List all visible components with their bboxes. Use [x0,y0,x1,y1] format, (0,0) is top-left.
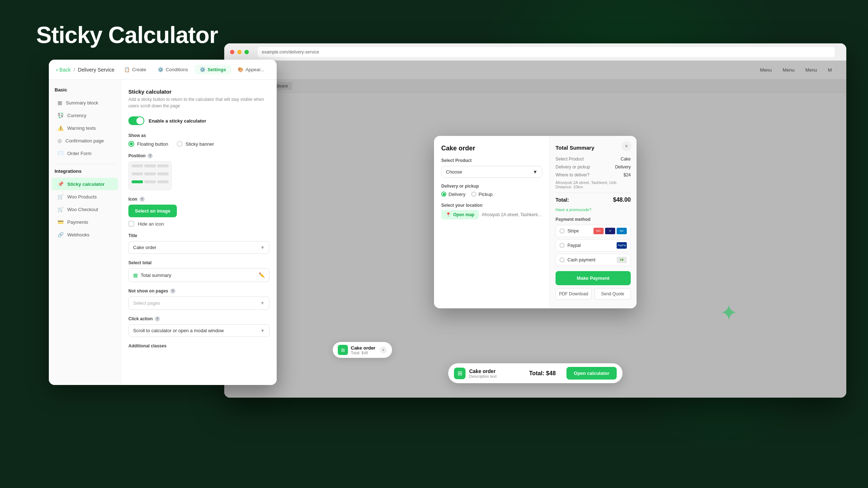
pos-bc[interactable] [144,180,156,183]
floating-banner[interactable]: ⊞ Cake order Description text Total: $48… [448,363,622,383]
click-action-dropdown[interactable]: Scroll to calculator or open a modal win… [128,324,269,337]
sidebar-item-woo-checkout[interactable]: 🛒 Woo Checkout [52,203,118,215]
position-help-icon[interactable]: ? [148,153,153,158]
title-dropdown[interactable]: Cake order ▼ [128,241,269,254]
paypal-radio[interactable] [559,243,565,248]
mini-sticky-title: Cake order [351,345,375,351]
title-dropdown-value: Cake order [133,245,156,250]
enable-toggle[interactable] [128,116,144,125]
send-quote-button[interactable]: Send Quote [595,288,631,300]
mini-sticky-total: Total: $48 [351,351,375,355]
integrations-section-title: Integrations [49,168,121,177]
modal-body: Cake order Select Product Choose ▼ Deliv… [434,136,637,308]
click-action-help-icon[interactable]: ? [155,316,160,321]
tab-settings[interactable]: ⚙️ Settings [195,65,231,74]
main-content: Sticky calculator Add a sticky button to… [121,80,277,385]
icon-field-label: Icon ? [128,197,269,202]
pos-bl[interactable] [132,180,143,183]
make-payment-button[interactable]: Make Payment [556,271,631,285]
hide-icon-label: Hide an icon [138,221,164,227]
show-as-label: Show as [128,133,269,138]
sidebar-item-webhooks[interactable]: 🔗 Webhooks [52,228,118,241]
floating-description: Description text [469,374,497,378]
delivery-label: Delivery [448,192,465,197]
total-label: Total: [556,197,569,203]
click-action-value: Scroll to calculator or open a modal win… [133,328,224,333]
promo-link[interactable]: Have a promocode? [556,207,631,212]
tab-conditions[interactable]: ⚙️ Conditions [153,65,193,74]
floating-button-radio[interactable] [128,141,134,147]
sidebar-item-summary-block[interactable]: ▦ Summary block [52,97,118,109]
back-label: Back [59,67,71,73]
tab-appear[interactable]: 🎨 Appear... [233,65,269,74]
toggle-label: Enable a sticky calculator [149,118,206,124]
not-show-help-icon[interactable]: ? [170,288,175,294]
woo-checkout-icon: 🛒 [58,206,64,212]
open-map-button[interactable]: 📍 Open map [441,210,479,219]
sidebar-item-sticky-calculator[interactable]: 📌 Sticky calculator [52,178,118,190]
delivery-option[interactable]: Delivery [441,192,465,197]
pos-ml[interactable] [132,172,143,175]
sidebar-item-warning-texts[interactable]: ⚠️ Warning texts [52,122,118,134]
pos-tl[interactable] [132,164,143,167]
browser-maximize-btn[interactable] [244,50,249,54]
cash-label: Cash payment [567,257,595,262]
summary-value-2: $24 [624,172,631,177]
nav-tabs: 📋 Create ⚙️ Conditions ⚙️ Settings 🎨 App… [119,65,269,74]
floating-total-value: $48 [546,370,556,376]
sidebar-item-payments[interactable]: 💳 Payments [52,216,118,228]
floating-button-option[interactable]: Floating button [128,141,168,147]
pos-tc[interactable] [144,164,156,167]
pickup-radio[interactable] [471,192,476,197]
stripe-label: Stripe [567,228,579,234]
stripe-option[interactable]: Stripe MC V AX [556,225,631,237]
position-grid[interactable] [128,161,172,190]
cash-option[interactable]: Cash payment 💵 [556,254,631,266]
sticky-banner-radio[interactable] [177,141,183,147]
select-image-button[interactable]: Select an image [128,205,177,217]
icon-help-icon[interactable]: ? [140,197,145,202]
mini-sticky-close[interactable]: × [380,346,387,354]
edit-total-icon[interactable]: ✏️ [259,272,265,278]
browser-close-btn[interactable] [230,50,234,54]
toggle-knob [136,117,144,124]
floating-total-label: Total: [529,370,544,376]
select-pages-dropdown[interactable]: Select pages ▼ [128,296,269,310]
floating-button-label: Floating button [137,141,168,147]
icon-group: Icon ? Select an image Hide an icon [128,197,269,227]
open-calculator-button[interactable]: Open calculator [567,367,617,380]
browser-minimize-btn[interactable] [237,50,242,54]
cash-icons: 💵 [617,257,627,263]
radio-inner [130,142,133,145]
location-row: 📍 Open map Afrosiyob 2A street, Tashkent… [441,210,542,219]
mini-sticky-bar[interactable]: ⊞ Cake order Total: $48 × [333,342,392,358]
sidebar-item-currency[interactable]: 💱 Currency [52,109,118,121]
select-product-dropdown[interactable]: Choose ▼ [441,166,542,178]
back-button[interactable]: ‹ Back [56,67,71,73]
summary-address: Afrosiyob 2A street, Tashkent, Uzb. Dist… [556,180,631,189]
select-product-arrow: ▼ [533,169,537,175]
conditions-tab-label: Conditions [166,67,188,72]
select-total-label: Select total [128,260,269,265]
pos-mr[interactable] [157,172,169,175]
pdf-download-button[interactable]: PDF Download [556,288,592,300]
sidebar-item-order-form[interactable]: ✉️ Order Form [52,147,118,159]
pickup-option[interactable]: Pickup [471,192,493,197]
pos-tr[interactable] [157,164,169,167]
cash-radio[interactable] [559,257,565,262]
paypal-option[interactable]: Paypal PayPal [556,239,631,252]
modal-close-button[interactable]: × [621,141,631,151]
sidebar-item-woo-products[interactable]: 🛒 Woo Products [52,191,118,203]
delivery-radio[interactable] [441,192,446,197]
pos-mc[interactable] [144,172,156,175]
sticky-banner-option[interactable]: Sticky banner [177,141,214,147]
tab-create[interactable]: 📋 Create [119,65,151,74]
browser-window: example.com/delivery-service Logo Menu M… [224,43,846,398]
summary-title: Total Summary [556,145,631,151]
not-show-label: Not show on pages ? [128,288,269,294]
hide-icon-checkbox[interactable] [128,221,134,227]
sidebar-item-confirmation-page[interactable]: ◎ Confirmation page [52,134,118,147]
stripe-radio[interactable] [559,228,565,234]
pos-br[interactable] [157,180,169,183]
star-decoration: ✦ [720,300,738,325]
